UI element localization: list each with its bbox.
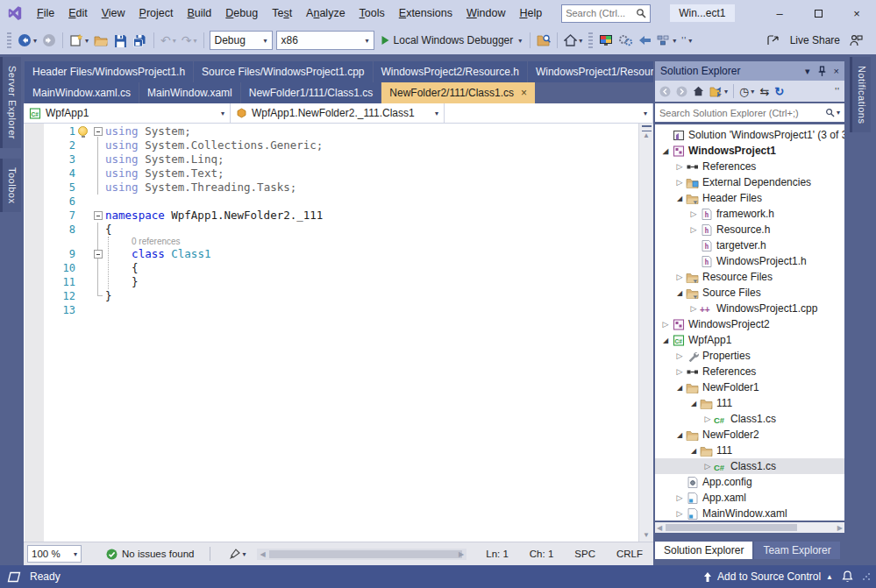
solution-configurations-select[interactable]: Debug▾ bbox=[210, 31, 273, 50]
scroll-left-icon[interactable]: ◀ bbox=[260, 549, 265, 560]
menu-item-analyze[interactable]: Analyze bbox=[299, 0, 352, 26]
find-in-files-icon[interactable] bbox=[534, 30, 553, 51]
menu-item-tools[interactable]: Tools bbox=[353, 0, 392, 26]
menu-item-view[interactable]: View bbox=[95, 0, 132, 26]
project-dropdown[interactable]: C# WpfApp1▾ bbox=[24, 103, 231, 123]
search-icon[interactable] bbox=[825, 108, 835, 117]
document-tab[interactable]: Source Files/WindowsProject1.cpp bbox=[194, 61, 372, 82]
tree-horizontal-scrollbar[interactable]: ◀ ▶ bbox=[655, 522, 844, 533]
code-line[interactable]: 4using System.Text; bbox=[24, 166, 638, 181]
tree-row[interactable]: ▷hResource.h bbox=[655, 222, 844, 237]
document-tab[interactable]: WindowsProject2/Resource.h bbox=[374, 61, 527, 82]
navigate-forward-button[interactable] bbox=[39, 30, 59, 51]
se-toolbar-overflow[interactable]: '' bbox=[835, 87, 840, 96]
fold-collapse-icon[interactable] bbox=[94, 250, 103, 259]
solution-platforms-select[interactable]: x86▾ bbox=[276, 31, 374, 50]
tree-expander-icon[interactable]: ▷ bbox=[660, 320, 671, 329]
tree-expander-icon[interactable]: ▷ bbox=[674, 162, 685, 171]
open-folder-button[interactable] bbox=[91, 30, 111, 51]
scroll-right-icon[interactable]: ▶ bbox=[459, 549, 464, 560]
code-lines[interactable]: 1using System;2using System.Collections.… bbox=[24, 124, 638, 317]
menu-item-window[interactable]: Window bbox=[459, 0, 512, 26]
code-line[interactable]: 13 bbox=[24, 303, 638, 317]
tool-window-tab-team-explorer[interactable]: Team Explorer bbox=[754, 542, 839, 559]
start-debugging-button[interactable]: Local Windows Debugger▾ bbox=[376, 30, 527, 51]
tree-row[interactable]: ▷Resource Files bbox=[655, 269, 844, 285]
maximize-button[interactable] bbox=[799, 0, 837, 26]
tree-row[interactable]: ▷Properties bbox=[655, 348, 844, 364]
document-tab[interactable]: MainWindow.xaml bbox=[139, 82, 240, 103]
refresh-icon[interactable]: ↻ bbox=[774, 86, 784, 97]
send-feedback-icon[interactable] bbox=[847, 30, 865, 51]
code-line[interactable]: 5using System.Threading.Tasks; bbox=[24, 181, 638, 195]
window-position-icon[interactable]: ▾ bbox=[805, 66, 810, 77]
menu-item-file[interactable]: File bbox=[30, 0, 61, 26]
gears-icon[interactable] bbox=[616, 30, 636, 51]
tree-expander-icon[interactable]: ▷ bbox=[688, 304, 699, 313]
tree-row[interactable]: ◢Header Files bbox=[655, 190, 844, 206]
type-dropdown[interactable]: WpfApp1.NewFolder2._111.Class1▾ bbox=[231, 103, 445, 123]
menu-item-build[interactable]: Build bbox=[181, 0, 219, 26]
search-icon[interactable] bbox=[636, 8, 646, 18]
code-line[interactable]: 1using System; bbox=[24, 124, 638, 138]
dock-tab-server-explorer[interactable]: Server Explorer bbox=[0, 57, 21, 148]
tool-window-tab-solution-explorer[interactable]: Solution Explorer bbox=[655, 542, 752, 559]
undo-button[interactable]: ↶▾ bbox=[158, 30, 179, 51]
tree-row[interactable]: ◢111 bbox=[655, 395, 844, 411]
tree-row[interactable]: ▷C#Class1.cs bbox=[655, 411, 844, 427]
scrollbar-splitter-handle[interactable] bbox=[642, 125, 652, 131]
toolbar-grip[interactable] bbox=[7, 32, 11, 48]
new-project-button[interactable]: ▾ bbox=[67, 30, 91, 51]
background-tasks-icon[interactable] bbox=[7, 571, 21, 583]
tree-row[interactable]: hWindowsProject1.h bbox=[655, 253, 844, 269]
pending-changes-filter-icon[interactable]: ◷▾ bbox=[739, 86, 754, 97]
se-back-icon[interactable] bbox=[659, 86, 671, 97]
code-line[interactable]: 8{ bbox=[24, 223, 638, 237]
menu-item-edit[interactable]: Edit bbox=[61, 0, 95, 26]
column-indicator[interactable]: Ch: 1 bbox=[530, 549, 554, 559]
tree-row[interactable]: Solution 'WindowsProject1' (3 of 3 bbox=[655, 127, 844, 143]
tree-expander-icon[interactable]: ▷ bbox=[702, 414, 713, 423]
tree-row[interactable]: ◢WindowsProject1 bbox=[655, 143, 844, 159]
tree-expander-icon[interactable]: ◢ bbox=[660, 337, 671, 344]
document-health-indicator[interactable]: No issues found bbox=[106, 549, 194, 560]
menu-item-debug[interactable]: Debug bbox=[218, 0, 265, 26]
scrollbar-thumb[interactable] bbox=[666, 524, 797, 531]
add-to-source-control-button[interactable]: Add to Source Control ▲ bbox=[703, 570, 833, 583]
editor-zoom-select[interactable]: 100 %▾ bbox=[27, 545, 82, 563]
editor-vertical-scrollbar[interactable]: ▲ ▼ bbox=[638, 124, 653, 542]
tree-row[interactable]: ▷App.xaml bbox=[655, 490, 844, 506]
sync-with-active-document-icon[interactable]: ▾ bbox=[709, 86, 728, 97]
home-icon[interactable]: ▾ bbox=[561, 30, 585, 51]
se-search-input[interactable] bbox=[659, 108, 825, 118]
tree-row[interactable]: htargetver.h bbox=[655, 237, 844, 253]
redo-button[interactable]: ↷▾ bbox=[179, 30, 200, 51]
tree-row[interactable]: ▷MainWindow.xaml bbox=[655, 506, 844, 521]
resize-grip[interactable] bbox=[862, 572, 871, 581]
tree-expander-icon[interactable]: ▷ bbox=[674, 493, 685, 502]
close-tab-icon[interactable]: × bbox=[521, 87, 527, 99]
tree-expander-icon[interactable]: ◢ bbox=[688, 400, 699, 407]
code-line[interactable]: 7namespace WpfApp1.NewFolder2._111 bbox=[24, 209, 638, 223]
live-share-label[interactable]: Live Share bbox=[790, 34, 840, 46]
line-ending-indicator[interactable]: CRLF bbox=[616, 549, 643, 559]
codelens-references[interactable]: 0 references bbox=[24, 237, 638, 247]
code-line[interactable]: 12} bbox=[24, 289, 638, 303]
code-line[interactable]: 10 { bbox=[24, 261, 638, 275]
indent-mode-indicator[interactable]: SPC bbox=[574, 549, 595, 559]
code-cleanup-icon[interactable]: ▾ bbox=[226, 543, 248, 564]
close-button[interactable]: × bbox=[837, 0, 876, 26]
tree-row[interactable]: App.config bbox=[655, 474, 844, 490]
code-line[interactable]: 2using System.Collections.Generic; bbox=[24, 138, 638, 152]
tree-row[interactable]: ◢C#WpfApp1 bbox=[655, 332, 844, 348]
tree-expander-icon[interactable]: ▷ bbox=[674, 367, 685, 376]
tree-row[interactable]: ▷References bbox=[655, 159, 844, 174]
quick-actions-lightbulb-icon[interactable] bbox=[78, 126, 88, 136]
document-tab[interactable]: NewFolder1/111/Class1.cs bbox=[241, 82, 381, 103]
quick-search-box[interactable] bbox=[561, 4, 651, 23]
tree-expander-icon[interactable]: ◢ bbox=[674, 289, 685, 297]
navigate-back-arrow-icon[interactable] bbox=[636, 30, 654, 51]
tree-row[interactable]: ◢Source Files bbox=[655, 285, 844, 301]
dock-tab-toolbox[interactable]: Toolbox bbox=[0, 159, 21, 212]
tree-expander-icon[interactable]: ▷ bbox=[674, 273, 685, 281]
